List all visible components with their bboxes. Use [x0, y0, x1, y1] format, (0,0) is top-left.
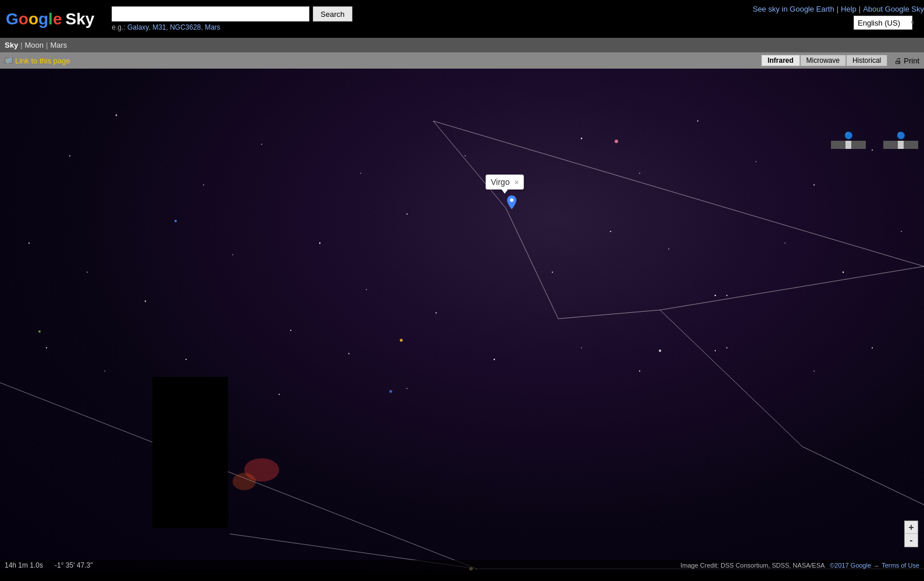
virgo-pin — [507, 195, 516, 212]
example-m31-link[interactable]: M31 — [152, 23, 166, 31]
top-right-nav: See sky in Google Earth | Help | About G… — [752, 5, 924, 30]
slider-group-2: 🔵 — [883, 131, 918, 149]
coordinates: 14h 1m 1.0s -1° 35' 47.3" — [5, 561, 92, 569]
view-tabs: Infrared Microwave Historical — [761, 55, 887, 66]
language-selector-wrapper[interactable]: English (US) — [854, 16, 918, 30]
link-to-page-link[interactable]: Link to this page — [15, 56, 70, 65]
nav-moon[interactable]: Moon — [25, 41, 44, 49]
example-mars-link[interactable]: Mars — [205, 23, 220, 31]
header: Google Sky Search e.g.: Galaxy, M31, NGC… — [0, 0, 924, 38]
zoom-out-button[interactable]: - — [905, 534, 918, 547]
zoom-in-button[interactable]: + — [905, 521, 918, 534]
svg-point-63 — [510, 198, 513, 202]
secondary-nav: Sky | Moon | Mars — [0, 38, 924, 52]
language-select[interactable]: English (US) — [854, 16, 912, 30]
coords-dec: -1° 35' 47.3" — [55, 561, 92, 569]
about-link[interactable]: About Google Sky — [863, 5, 924, 13]
missing-tile — [152, 377, 228, 528]
toolbar: 🔗 Link to this page Infrared Microwave H… — [0, 52, 924, 69]
print-link[interactable]: 🖨 Print — [894, 56, 919, 65]
tab-infrared[interactable]: Infrared — [761, 55, 800, 66]
example-ngc3628-link[interactable]: NGC3628 — [170, 23, 201, 31]
slider-icon-1: 🔵 — [844, 131, 853, 140]
logo-area: Google Sky — [6, 10, 94, 28]
status-bar: 14h 1m 1.0s -1° 35' 47.3" Image Credit: … — [0, 560, 924, 571]
top-links: See sky in Google Earth | Help | About G… — [752, 5, 924, 13]
search-button[interactable]: Search — [313, 6, 352, 22]
google-copyright-link[interactable]: ©2017 Google — [830, 562, 871, 569]
virgo-label: Virgo — [491, 177, 509, 187]
help-link[interactable]: Help — [841, 5, 857, 13]
virgo-popup: Virgo × — [486, 174, 524, 190]
terms-link[interactable]: Terms of Use — [882, 562, 919, 569]
example-galaxy-link[interactable]: Galaxy — [127, 23, 148, 31]
google-logo: Google — [6, 10, 62, 28]
nav-mars[interactable]: Mars — [50, 41, 67, 49]
tab-microwave[interactable]: Microwave — [800, 55, 846, 66]
sky-logo: Sky — [65, 10, 94, 28]
attribution: Image Credit: DSS Consortium, SDSS, NASA… — [680, 562, 919, 569]
link-to-page-area: 🔗 Link to this page — [5, 56, 70, 65]
infrared-slider-1[interactable] — [831, 141, 866, 149]
slider-group-1: 🔵 — [831, 131, 866, 149]
infrared-slider-2[interactable] — [883, 141, 918, 149]
tab-historical[interactable]: Historical — [846, 55, 887, 66]
slider-icon-2: 🔵 — [897, 131, 905, 140]
toolbar-right: Infrared Microwave Historical 🖨 Print — [761, 55, 919, 66]
virgo-close-button[interactable]: × — [514, 178, 519, 187]
see-sky-link[interactable]: See sky in Google Earth — [752, 5, 834, 13]
infrared-sliders: 🔵 🔵 — [831, 131, 918, 149]
print-icon: 🖨 — [894, 56, 902, 65]
nav-links: Sky | Moon | Mars — [5, 41, 67, 49]
zoom-controls: + - — [904, 521, 918, 547]
nav-sky[interactable]: Sky — [5, 41, 18, 49]
search-input[interactable] — [112, 6, 309, 22]
coords-ra: 14h 1m 1.0s — [5, 561, 43, 569]
map-container[interactable]: Virgo × 🔵 🔵 + - 14h 1m 1.0s -1° 35' 47.3… — [0, 69, 924, 571]
link-icon: 🔗 — [5, 58, 13, 63]
sky-background — [0, 69, 924, 571]
